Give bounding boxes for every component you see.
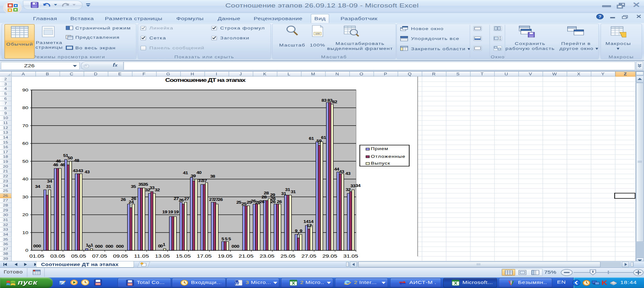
svg-text:43: 43 <box>339 169 344 174</box>
svg-text:37: 37 <box>202 179 207 183</box>
svg-text:25.05: 25.05 <box>280 253 295 259</box>
svg-text:01.05: 01.05 <box>29 253 44 259</box>
svg-text:5: 5 <box>225 237 228 241</box>
svg-text:Выпуск: Выпуск <box>371 161 390 166</box>
svg-text:15.05: 15.05 <box>176 253 191 259</box>
svg-text:5: 5 <box>221 237 224 241</box>
svg-text:Отложенные: Отложенные <box>371 154 405 159</box>
svg-text:05.05: 05.05 <box>71 253 86 259</box>
svg-text:5: 5 <box>228 237 231 241</box>
svg-text:31: 31 <box>46 184 51 189</box>
svg-text:19: 19 <box>162 210 167 214</box>
svg-text:50: 50 <box>67 156 73 160</box>
svg-text:27: 27 <box>174 197 179 201</box>
svg-text:46: 46 <box>60 163 65 167</box>
svg-text:44: 44 <box>334 167 339 171</box>
svg-text:40: 40 <box>22 177 28 181</box>
svg-text:14: 14 <box>308 219 313 224</box>
svg-text:30: 30 <box>22 195 28 199</box>
svg-text:27: 27 <box>184 197 189 201</box>
svg-text:28: 28 <box>264 191 269 195</box>
svg-text:34: 34 <box>355 184 361 188</box>
svg-text:35: 35 <box>131 184 136 189</box>
svg-text:28: 28 <box>261 195 267 199</box>
svg-text:83: 83 <box>321 98 327 102</box>
svg-text:27.05: 27.05 <box>301 253 316 259</box>
svg-text:29.05: 29.05 <box>322 253 337 259</box>
svg-text:17.05: 17.05 <box>197 253 211 259</box>
svg-text:0: 0 <box>25 248 28 253</box>
svg-text:X: X <box>292 281 295 286</box>
svg-text:70: 70 <box>22 123 28 128</box>
svg-text:13.05: 13.05 <box>155 253 170 259</box>
svg-text:23.05: 23.05 <box>259 253 274 259</box>
svg-text:33: 33 <box>149 186 155 190</box>
svg-text:40: 40 <box>196 170 202 175</box>
svg-text:03.05: 03.05 <box>50 253 65 259</box>
svg-text:31.05: 31.05 <box>343 253 358 259</box>
svg-text:000: 000 <box>95 244 102 249</box>
svg-text:39: 39 <box>190 174 196 178</box>
svg-text:32: 32 <box>155 188 160 192</box>
svg-text:26: 26 <box>120 197 126 202</box>
svg-text:90: 90 <box>22 88 28 92</box>
svg-text:07.05: 07.05 <box>92 253 107 259</box>
svg-text:82: 82 <box>332 100 337 104</box>
svg-text:25: 25 <box>241 202 247 206</box>
svg-text:19: 19 <box>168 210 173 214</box>
svg-text:000: 000 <box>116 244 124 249</box>
svg-text:K: K <box>601 279 607 286</box>
svg-text:9: 9 <box>299 229 302 233</box>
svg-text:34: 34 <box>47 179 52 184</box>
svg-text:38: 38 <box>210 174 215 179</box>
svg-text:33: 33 <box>350 184 356 188</box>
svg-text:50: 50 <box>22 159 28 164</box>
svg-text:1: 1 <box>90 243 93 247</box>
svg-text:43: 43 <box>73 169 78 173</box>
svg-text:35: 35 <box>143 182 148 187</box>
svg-text:26: 26 <box>131 197 136 201</box>
svg-text:100: 100 <box>315 33 320 35</box>
svg-text:43: 43 <box>78 169 83 173</box>
svg-text:21.05: 21.05 <box>238 253 253 259</box>
svg-text:46: 46 <box>53 163 58 167</box>
svg-text:000: 000 <box>105 244 113 249</box>
svg-text:34: 34 <box>35 184 40 189</box>
svg-text:12: 12 <box>306 224 312 228</box>
svg-text:20: 20 <box>22 212 28 217</box>
svg-text:43: 43 <box>345 171 351 176</box>
svg-text:W: W <box>235 281 239 286</box>
svg-text:11.05: 11.05 <box>134 253 149 259</box>
svg-text:7: 7 <box>297 231 300 236</box>
svg-text:?: ? <box>598 15 601 19</box>
svg-text:26: 26 <box>259 200 265 204</box>
svg-text:000: 000 <box>231 244 239 248</box>
svg-text:61: 61 <box>309 136 314 141</box>
svg-text:31: 31 <box>281 192 286 196</box>
svg-text:41: 41 <box>183 171 188 175</box>
svg-text:19.05: 19.05 <box>217 253 232 259</box>
svg-text:61: 61 <box>321 135 326 140</box>
svg-text:X: X <box>454 281 457 286</box>
svg-text:19: 19 <box>174 210 179 214</box>
svg-text:26: 26 <box>277 200 282 204</box>
svg-text:09.05: 09.05 <box>113 253 128 259</box>
svg-text:10: 10 <box>22 230 28 235</box>
svg-text:1: 1 <box>162 242 165 247</box>
svg-text:26: 26 <box>270 197 276 201</box>
svg-text:48: 48 <box>74 158 79 163</box>
svg-text:60: 60 <box>22 141 28 146</box>
svg-text:Соотношение ДТ на этапах: Соотношение ДТ на этапах <box>165 77 245 83</box>
svg-text:26: 26 <box>179 198 184 202</box>
svg-text:000: 000 <box>33 244 41 248</box>
svg-text:31: 31 <box>291 190 296 194</box>
svg-text:43: 43 <box>84 170 90 174</box>
svg-text:26: 26 <box>217 197 223 202</box>
svg-text:25: 25 <box>236 200 241 205</box>
svg-text:Прием: Прием <box>371 146 388 151</box>
svg-text:80: 80 <box>22 105 28 110</box>
svg-text:14: 14 <box>303 219 308 224</box>
svg-text:31: 31 <box>285 188 290 192</box>
